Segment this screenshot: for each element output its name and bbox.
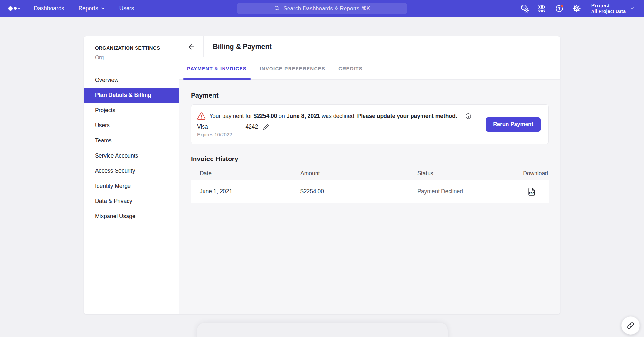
card-last4: 4242 bbox=[245, 123, 258, 130]
card-masked-digits: ···· ···· ···· bbox=[211, 123, 243, 130]
nav-item-users[interactable]: Users bbox=[119, 5, 134, 12]
gear-icon bbox=[573, 4, 581, 13]
info-tooltip-button[interactable] bbox=[465, 113, 472, 120]
mixpanel-logo-icon[interactable] bbox=[8, 6, 20, 11]
data-management-button[interactable] bbox=[520, 4, 529, 13]
invoice-table: Date Amount Status Download June 1, 2021… bbox=[191, 167, 549, 203]
sidebar-item-service-accounts[interactable]: Service Accounts bbox=[84, 148, 179, 163]
edit-payment-method-button[interactable] bbox=[263, 123, 270, 130]
sidebar-nav: Overview Plan Details & Billing Projects… bbox=[84, 72, 179, 224]
tab-content: Payment Your payment for $2254.00 on Jun… bbox=[179, 80, 560, 314]
primary-nav: Dashboards Reports Users bbox=[34, 5, 134, 12]
sidebar-item-plan-details-billing[interactable]: Plan Details & Billing bbox=[84, 88, 179, 103]
col-header-date: Date bbox=[191, 170, 300, 177]
organization-name: Org bbox=[84, 54, 179, 61]
page-title: Billing & Payment bbox=[204, 43, 272, 51]
sidebar-item-overview[interactable]: Overview bbox=[84, 72, 179, 88]
sidebar-item-projects[interactable]: Projects bbox=[84, 103, 179, 118]
database-gear-icon bbox=[520, 4, 529, 13]
search-icon bbox=[274, 5, 280, 12]
col-header-status: Status bbox=[417, 170, 494, 177]
tab-invoice-preferences[interactable]: INVOICE PREFERENCES bbox=[256, 57, 329, 79]
arrow-left-icon bbox=[187, 43, 195, 51]
page-header: Billing & Payment bbox=[179, 36, 560, 57]
download-pdf-button[interactable]: PDF bbox=[527, 188, 536, 196]
settings-sidebar: ORGANIZATION SETTINGS Org Overview Plan … bbox=[84, 36, 179, 314]
sidebar-item-access-security[interactable]: Access Security bbox=[84, 163, 179, 178]
project-switcher[interactable]: Project All Project Data bbox=[591, 3, 635, 14]
payment-section-title: Payment bbox=[191, 91, 549, 99]
sidebar-item-data-privacy[interactable]: Data & Privacy bbox=[84, 194, 179, 209]
apps-grid-button[interactable] bbox=[538, 4, 546, 13]
col-header-amount: Amount bbox=[300, 170, 417, 177]
project-switcher-title: Project bbox=[591, 3, 626, 9]
invoice-table-row: June 1, 2021 $2254.00 Payment Declined P… bbox=[191, 180, 549, 203]
settings-card: ORGANIZATION SETTINGS Org Overview Plan … bbox=[84, 36, 560, 314]
sidebar-item-teams[interactable]: Teams bbox=[84, 133, 179, 148]
notification-badge bbox=[561, 4, 564, 7]
help-button[interactable]: ? bbox=[555, 4, 564, 13]
billing-main-pane: Billing & Payment PAYMENT & INVOICES INV… bbox=[179, 36, 560, 314]
declined-date: June 8, 2021 bbox=[287, 113, 320, 119]
col-header-download: Download bbox=[494, 170, 549, 177]
rerun-payment-button[interactable]: Rerun Payment bbox=[486, 117, 541, 132]
invoice-table-header: Date Amount Status Download bbox=[191, 167, 549, 180]
search-input[interactable]: Search Dashboards & Reports ⌘K bbox=[237, 3, 407, 14]
search-placeholder: Search Dashboards & Reports ⌘K bbox=[283, 5, 370, 12]
bottom-sheet-peek bbox=[197, 323, 448, 337]
tab-credits[interactable]: CREDITS bbox=[335, 57, 366, 79]
card-brand: Visa bbox=[197, 123, 208, 130]
declined-action-text: Please update your payment method. bbox=[357, 113, 457, 119]
nav-item-dashboards[interactable]: Dashboards bbox=[34, 5, 64, 12]
back-button[interactable] bbox=[185, 40, 198, 53]
sidebar-section-title: ORGANIZATION SETTINGS bbox=[84, 45, 179, 51]
declined-alert-message: Your payment for $2254.00 on June 8, 202… bbox=[197, 112, 486, 120]
sidebar-item-users[interactable]: Users bbox=[84, 118, 179, 133]
question-circle-icon: ? bbox=[555, 4, 564, 13]
tab-payment-invoices[interactable]: PAYMENT & INVOICES bbox=[183, 57, 251, 79]
payment-method: Visa ···· ···· ···· 4242 bbox=[197, 123, 486, 130]
invoice-status: Payment Declined bbox=[417, 188, 494, 195]
svg-text:PDF: PDF bbox=[529, 192, 534, 194]
sidebar-item-mixpanel-usage[interactable]: Mixpanel Usage bbox=[84, 209, 179, 224]
info-icon bbox=[465, 113, 472, 120]
card-expiry: Expires 10/2022 bbox=[197, 132, 486, 137]
chevron-down-icon bbox=[630, 6, 635, 11]
grid-dots-icon bbox=[538, 4, 546, 13]
billing-tabs: PAYMENT & INVOICES INVOICE PREFERENCES C… bbox=[179, 57, 560, 80]
invoice-amount: $2254.00 bbox=[300, 188, 417, 195]
copy-link-fab[interactable] bbox=[621, 316, 640, 335]
invoice-history-title: Invoice History bbox=[191, 155, 549, 163]
alert-triangle-icon bbox=[197, 112, 206, 120]
nav-item-reports-label: Reports bbox=[78, 5, 98, 12]
payment-declined-card: Your payment for $2254.00 on June 8, 202… bbox=[191, 104, 549, 144]
pdf-file-icon: PDF bbox=[527, 188, 536, 196]
nav-item-reports[interactable]: Reports bbox=[78, 5, 105, 12]
top-navbar: Dashboards Reports Users Search Dashboar… bbox=[0, 0, 644, 17]
chevron-down-icon bbox=[100, 6, 105, 11]
pencil-icon bbox=[263, 123, 270, 130]
sidebar-item-identity-merge[interactable]: Identity Merge bbox=[84, 178, 179, 194]
project-switcher-value: All Project Data bbox=[591, 9, 626, 14]
invoice-date: June 1, 2021 bbox=[191, 188, 300, 195]
settings-button[interactable] bbox=[573, 4, 581, 13]
link-icon bbox=[627, 322, 634, 329]
svg-text:?: ? bbox=[558, 6, 561, 11]
declined-amount: $2254.00 bbox=[254, 113, 277, 119]
